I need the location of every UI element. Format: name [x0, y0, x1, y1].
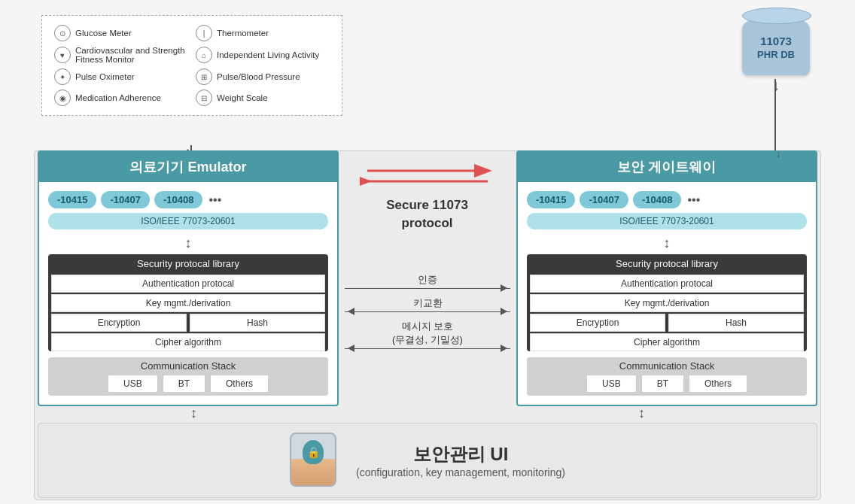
emulator-usb: USB — [108, 375, 158, 393]
gateway-auth: Authentication protocal — [530, 275, 804, 293]
emulator-chip-dots: ••• — [208, 193, 221, 207]
oximeter-icon: ✦ — [54, 68, 71, 85]
glucose-icon: ⊙ — [54, 25, 71, 41]
msg-protect-label: 메시지 보호(무결성, 기밀성) — [345, 320, 510, 347]
thermometer-label: Thermometer — [217, 29, 269, 38]
gateway-header: 보안 게이트웨이 — [518, 152, 816, 182]
device-medication: ◉ Medication Adherence — [54, 90, 188, 106]
gateway-others: Others — [689, 375, 747, 393]
device-cardio: ♥ Cardiovascular and Strength Fitness Mo… — [54, 46, 188, 64]
emulator-hash: Hash — [190, 314, 325, 332]
phr-connector-line — [774, 79, 776, 150]
key-message-label: 키교환 — [345, 296, 510, 310]
key-message-block: 키교환 — [345, 296, 510, 312]
bottom-security-bar: 🔒 보안관리 UI (configuration, key management… — [38, 423, 817, 498]
glucose-label: Glucose Meter — [75, 29, 132, 38]
bp-icon: ⊞ — [196, 68, 212, 85]
emulator-comm-buttons: USB BT Others — [51, 375, 325, 393]
emulator-comm-stack: Communication Stack USB BT Others — [48, 357, 328, 396]
device-thermometer: | Thermometer — [196, 25, 330, 41]
device-glucose: ⊙ Glucose Meter — [54, 25, 188, 41]
cardio-label: Cardiovascular and Strength Fitness Moni… — [75, 46, 188, 64]
emulator-comm-label: Communication Stack — [51, 360, 325, 372]
gateway-up-arrow: ↕ — [527, 235, 807, 251]
emulator-encryption: Encryption — [51, 314, 187, 332]
weight-label: Weight Scale — [217, 93, 268, 102]
msg-protect-block: 메시지 보호(무결성, 기밀성) — [345, 320, 510, 349]
living-icon: ⌂ — [196, 47, 212, 63]
gateway-key: Key mgmt./derivation — [530, 294, 804, 312]
phone-device: 🔒 — [290, 433, 336, 487]
bp-label: Pulse/Blood Pressure — [217, 72, 300, 81]
auth-arrow-line — [345, 288, 510, 289]
emulator-auth: Authentication protocal — [51, 275, 325, 293]
auth-message-block: 인증 — [345, 273, 510, 289]
emulator-key: Key mgmt./derivation — [51, 294, 325, 312]
phr-connector-arrow: ↓ — [776, 147, 781, 159]
gateway-comm-buttons: USB BT Others — [530, 375, 804, 393]
gateway-chip-dots: ••• — [687, 193, 700, 207]
gateway-usb: USB — [586, 375, 637, 393]
emulator-box: 의료기기 Emulator -10415 -10407 -10408 ••• I… — [38, 150, 339, 406]
gateway-chip-2: -10407 — [580, 191, 628, 208]
gateway-title: 보안 게이트웨이 — [617, 159, 716, 175]
gateway-box: 보안 게이트웨이 -10415 -10407 -10408 ••• ISO/IE… — [516, 150, 817, 406]
device-weight: ⊟ Weight Scale — [196, 90, 330, 106]
medication-icon: ◉ — [54, 90, 71, 106]
key-arrow-right — [501, 308, 511, 315]
gateway-security-library: Security protocal library Authentication… — [527, 254, 807, 351]
shield-icon: 🔒 — [307, 446, 320, 458]
security-ui-title: 보안관리 UI — [356, 442, 565, 466]
gateway-down-arrow: ↕ — [638, 405, 645, 421]
gateway-chips-row: -10415 -10407 -10408 ••• — [527, 191, 807, 208]
emulator-chip-3: -10408 — [154, 191, 202, 208]
emulator-enc-hash-row: Encryption Hash — [51, 314, 325, 332]
security-ui-subtitle: (configuration, key management, monitori… — [356, 466, 565, 478]
devices-box: ⊙ Glucose Meter | Thermometer ♥ Cardiova… — [41, 15, 342, 116]
emulator-sec-header: Security protocal library — [48, 254, 328, 273]
phone-container: 🔒 — [290, 433, 342, 489]
devices-grid: ⊙ Glucose Meter | Thermometer ♥ Cardiova… — [54, 25, 330, 106]
auth-arrow-right — [501, 284, 511, 292]
gateway-comm-stack: Communication Stack USB BT Others — [527, 357, 807, 396]
gateway-comm-label: Communication Stack — [530, 360, 804, 372]
phr-number: 11073 — [760, 35, 792, 47]
emulator-content: -10415 -10407 -10408 ••• ISO/IEEE 77073-… — [39, 182, 337, 405]
gateway-enc-hash-row: Encryption Hash — [530, 314, 804, 332]
weight-icon: ⊟ — [196, 90, 212, 106]
msg-arrow-right2 — [501, 345, 511, 352]
living-label: Independent Living Activity — [217, 50, 319, 59]
emulator-chips-row: -10415 -10407 -10408 ••• — [48, 191, 328, 208]
gateway-chip-3: -10408 — [633, 191, 681, 208]
device-living: ⌂ Independent Living Activity — [196, 46, 330, 64]
emulator-cipher: Cipher algorithm — [51, 333, 325, 351]
phr-label: PHR DB — [757, 49, 795, 60]
gateway-content: -10415 -10407 -10408 ••• ISO/IEEE 77073-… — [518, 182, 816, 405]
msg-arrow-left2 — [344, 345, 354, 352]
phr-down-arrow: ↓ — [742, 77, 810, 94]
emulator-chip-2: -10407 — [101, 191, 149, 208]
emulator-security-library: Security protocal library Authentication… — [48, 254, 328, 351]
emulator-chip-1: -10415 — [48, 191, 96, 208]
gateway-chip-1: -10415 — [527, 191, 575, 208]
msg-protect-arrow — [345, 348, 510, 349]
emulator-up-arrow: ↕ — [48, 235, 328, 251]
phr-db: 11073 PHR DB ↓ — [742, 15, 810, 94]
oximeter-label: Pulse Oximeter — [75, 72, 135, 81]
cardio-icon: ♥ — [54, 47, 71, 63]
emulator-iso: ISO/IEEE 77073-20601 — [48, 213, 328, 229]
device-oximeter: ✦ Pulse Oximeter — [54, 68, 188, 85]
phone-shield: 🔒 — [303, 440, 324, 464]
red-arrows — [346, 162, 508, 192]
emulator-title: 의료기기 Emulator — [129, 159, 246, 175]
protocol-area: Secure 11073protocol — [346, 162, 508, 243]
security-ui-text: 보안관리 UI (configuration, key management, … — [356, 442, 565, 478]
messages-area: 인증 키교환 메시지 보호(무결성, 기밀성) — [345, 273, 510, 354]
gateway-iso: ISO/IEEE 77073-20601 — [527, 213, 807, 229]
gateway-encryption: Encryption — [530, 314, 665, 332]
key-arrow-line — [345, 311, 510, 312]
gateway-cipher: Cipher algorithm — [530, 333, 804, 351]
protocol-label: Secure 11073protocol — [346, 196, 508, 232]
gateway-hash: Hash — [668, 314, 804, 332]
phr-cylinder: 11073 PHR DB — [742, 15, 810, 75]
